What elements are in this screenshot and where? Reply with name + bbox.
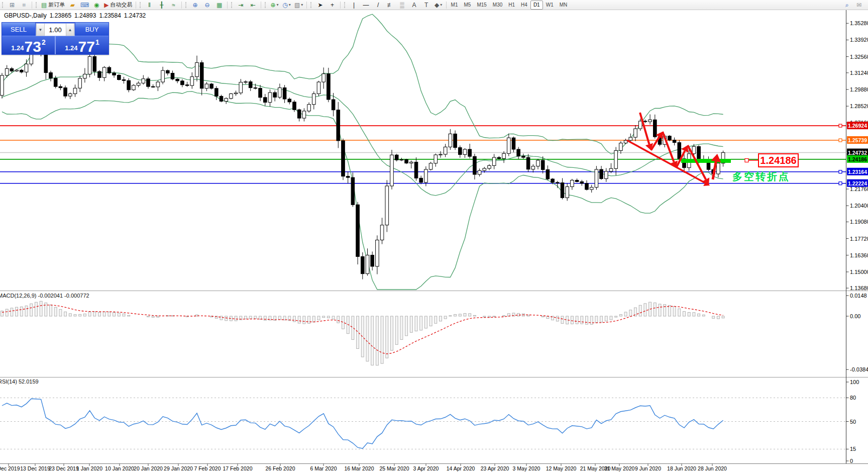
candle-body [264, 98, 267, 103]
bollinger-upper-band [2, 14, 723, 154]
chart-canvas: 1.352801.339201.325601.312401.298801.285… [0, 0, 868, 473]
macd-histogram-bar [128, 315, 130, 316]
volume-field[interactable]: ▼ 1.00 ▲ [36, 23, 75, 36]
candle-body [59, 86, 62, 87]
auto-scroll-icon[interactable]: ⇥ [235, 0, 247, 10]
timeframe-button-w1[interactable]: W1 [543, 1, 557, 10]
autotrade-button[interactable]: ▶自动交易 [102, 0, 134, 10]
macd-histogram-bar [639, 305, 641, 316]
fibonacci-icon[interactable]: ≢ [384, 0, 396, 10]
candle-body [497, 157, 501, 158]
indicators-list-icon[interactable]: ⊕▾ [269, 0, 281, 10]
tile-windows-icon[interactable]: ▦ [213, 0, 226, 10]
remote-terminal-icon[interactable]: ⌨ [78, 0, 90, 10]
candle-body [234, 93, 238, 94]
macd-histogram-bar [571, 316, 573, 324]
macd-histogram-bar [420, 316, 422, 330]
macd-histogram-bar [688, 312, 690, 316]
macd-histogram-bar [11, 308, 13, 316]
signal-icon[interactable]: ◉ [90, 0, 102, 10]
candlestick-chart-icon[interactable]: ╂ [156, 0, 168, 10]
new-order-button[interactable]: ▤新订单 [40, 0, 66, 10]
candle-body [366, 255, 369, 274]
macd-histogram-bar [25, 306, 28, 316]
macd-histogram-bar [600, 316, 603, 322]
macd-axis-label: 0.0148 [850, 293, 867, 299]
text-icon[interactable]: A [408, 0, 420, 10]
shapes-icon[interactable]: ◆▾ [432, 0, 445, 10]
text-label-icon[interactable]: T [420, 0, 432, 10]
candle-body [176, 79, 179, 81]
chart-shift-icon[interactable]: ⇤ [247, 0, 259, 10]
trendline-icon[interactable]: / [372, 0, 384, 10]
candle-body [585, 183, 589, 190]
cursor-icon[interactable]: ➤ [314, 0, 327, 10]
timeframe-button-m15[interactable]: M15 [474, 1, 489, 10]
new-chart-icon[interactable]: ⊞ [6, 0, 18, 10]
timeframe-button-h1[interactable]: H1 [505, 1, 518, 10]
timeframe-button-m30[interactable]: M30 [490, 1, 505, 10]
chart-preview-icon[interactable]: ⌗ [18, 0, 30, 10]
candle-body [395, 155, 398, 160]
candle-body [78, 78, 82, 88]
search-icon[interactable]: ⌕ [841, 0, 853, 10]
candle-body [98, 71, 101, 77]
price-tick-label: 1.32560 [850, 54, 868, 60]
candle-body [648, 120, 652, 122]
candle-body [185, 85, 189, 85]
volume-increase-button[interactable]: ▲ [66, 24, 74, 36]
autotrade-button: ▶ [104, 2, 108, 8]
macd-histogram-bar [712, 316, 715, 318]
macd-histogram-bar [118, 313, 120, 316]
gold-bars-icon[interactable]: ▰ [66, 0, 78, 10]
dropdown-arrow-icon: ▾ [440, 3, 442, 7]
line-chart-icon[interactable]: ≈ [168, 0, 180, 10]
candle-body [220, 96, 223, 101]
buy-price[interactable]: 1.24 77 1 [56, 36, 108, 54]
candle-body [20, 70, 24, 72]
sell-price[interactable]: 1.24 73 2 [2, 36, 56, 54]
cursor-icon: ➤ [318, 2, 323, 8]
candle-body [166, 70, 170, 73]
chart-shift-icon: ⇤ [251, 2, 256, 8]
sell-button[interactable]: SELL [2, 23, 35, 36]
volume-decrease-button[interactable]: ▼ [36, 24, 45, 36]
fibo-grid-icon[interactable]: ▒ [396, 0, 408, 10]
macd-histogram-bar [376, 316, 378, 365]
templates-icon[interactable]: ▧▾ [293, 0, 305, 10]
macd-histogram-bar [654, 303, 656, 316]
zoom-in-icon[interactable]: ⊕ [189, 0, 201, 10]
horizontal-line-icon: — [363, 2, 369, 8]
bar-chart-icon[interactable]: ‖ [144, 0, 156, 10]
macd-histogram-bar [473, 315, 476, 316]
macd-histogram-bar [698, 314, 700, 316]
toolbar-separator [32, 2, 32, 9]
candle-body [49, 73, 53, 78]
macd-histogram-bar [444, 316, 447, 319]
timeframe-button-mn[interactable]: MN [557, 1, 571, 10]
volume-value[interactable]: 1.00 [45, 24, 66, 36]
horizontal-line-icon[interactable]: — [360, 0, 372, 10]
vertical-line-icon[interactable]: | [348, 0, 360, 10]
candle-body [697, 146, 701, 159]
timeframe-button-h4[interactable]: H4 [518, 1, 530, 10]
zoom-out-icon[interactable]: ⊖ [201, 0, 213, 10]
timeframe-button-d1[interactable]: D1 [530, 1, 543, 10]
date-label: 31 May 2020 [604, 465, 635, 471]
macd-histogram-bar [391, 316, 393, 350]
chat-icon[interactable]: ✉ [853, 0, 865, 10]
macd-histogram-bar [98, 312, 101, 316]
macd-histogram-bar [337, 316, 340, 323]
macd-histogram-bar [342, 316, 345, 329]
timeframe-button-m5[interactable]: M5 [461, 1, 474, 10]
buy-button[interactable]: BUY [75, 23, 108, 36]
periods-icon[interactable]: ◷▾ [281, 0, 293, 10]
crosshair-icon[interactable]: + [327, 0, 339, 10]
toolbar-separator [261, 2, 261, 9]
macd-histogram-bar [503, 316, 505, 316]
timeframe-button-m1[interactable]: M1 [448, 1, 461, 10]
macd-histogram-bar [152, 316, 154, 317]
candle-body [15, 70, 19, 71]
macd-histogram-bar [298, 316, 300, 323]
candlestick-chart-icon: ╂ [160, 2, 163, 8]
